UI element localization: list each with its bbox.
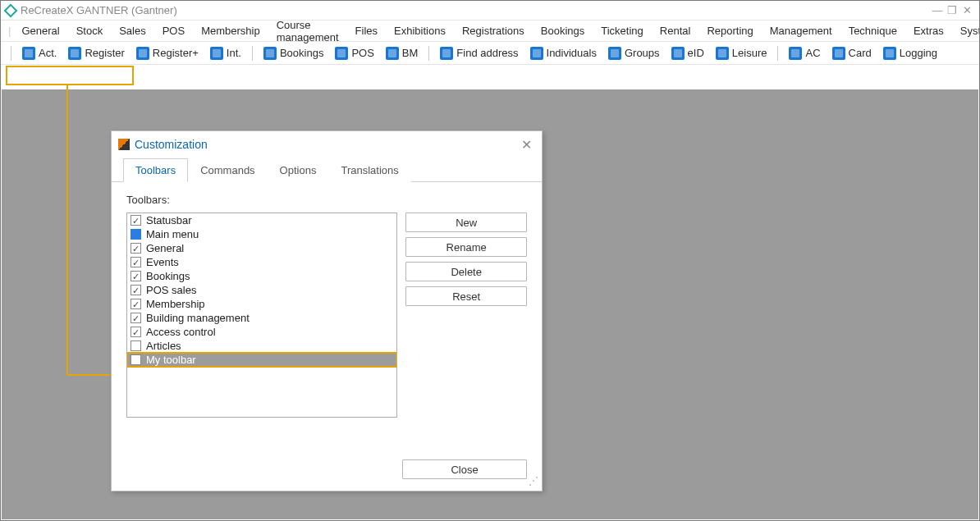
toolbar-button-ac[interactable]: AC bbox=[783, 45, 826, 62]
list-item[interactable]: My toolbar bbox=[127, 353, 396, 367]
toolbar-button-bookings[interactable]: Bookings bbox=[258, 45, 329, 62]
dialog-close-button[interactable]: ✕ bbox=[518, 137, 535, 153]
checkbox-icon[interactable] bbox=[131, 229, 141, 240]
tab-translations[interactable]: Translations bbox=[328, 158, 410, 182]
toolbar-button-groups[interactable]: Groups bbox=[602, 45, 666, 62]
toolbar-icon bbox=[335, 47, 348, 60]
menu-item-general[interactable]: General bbox=[13, 22, 67, 39]
dialog-icon bbox=[118, 139, 130, 150]
toolbar-button-card[interactable]: Card bbox=[827, 45, 877, 62]
menu-item-bookings[interactable]: Bookings bbox=[533, 22, 593, 39]
menu-item-membership[interactable]: Membership bbox=[193, 22, 268, 39]
tab-toolbars[interactable]: Toolbars bbox=[123, 158, 188, 182]
tab-commands[interactable]: Commands bbox=[188, 158, 267, 182]
toolbar-button-label: Groups bbox=[625, 47, 660, 59]
menu-item-pos[interactable]: POS bbox=[154, 22, 193, 39]
menu-item-ticketing[interactable]: Ticketing bbox=[593, 22, 652, 39]
toolbar-button-bm[interactable]: BM bbox=[380, 45, 424, 62]
toolbar-button-eid[interactable]: eID bbox=[666, 45, 710, 62]
toolbars-listbox[interactable]: StatusbarMain menuGeneralEventsBookingsP… bbox=[126, 213, 397, 418]
toolbar-separator bbox=[428, 46, 429, 61]
list-item[interactable]: Events bbox=[127, 255, 396, 269]
close-window-button[interactable]: ✕ bbox=[959, 4, 974, 16]
tab-options[interactable]: Options bbox=[268, 158, 329, 182]
menu-item-registrations[interactable]: Registrations bbox=[454, 22, 533, 39]
list-item-label: Building management bbox=[146, 312, 250, 324]
checkbox-icon[interactable] bbox=[131, 313, 141, 323]
menu-item-technique[interactable]: Technique bbox=[840, 22, 905, 39]
toolbars-label: Toolbars: bbox=[126, 194, 527, 206]
minimize-button[interactable]: — bbox=[930, 4, 945, 16]
toolbar-icon bbox=[386, 47, 399, 60]
toolbar-icon bbox=[608, 47, 621, 60]
toolbar-icon bbox=[210, 47, 223, 60]
checkbox-icon[interactable] bbox=[131, 215, 141, 226]
menu-item-exhibitions[interactable]: Exhibitions bbox=[386, 22, 454, 39]
toolbar-button-label: Bookings bbox=[280, 47, 323, 59]
resize-grip-icon[interactable]: ⋰ bbox=[529, 478, 538, 487]
list-item-label: Articles bbox=[146, 340, 181, 352]
list-item-label: Membership bbox=[146, 298, 205, 310]
list-item-label: Bookings bbox=[146, 270, 190, 282]
toolbar-button-logging[interactable]: Logging bbox=[877, 45, 943, 62]
list-item-label: POS sales bbox=[146, 284, 196, 296]
menu-item-course-management[interactable]: Course management bbox=[268, 16, 347, 46]
list-item[interactable]: Bookings bbox=[127, 269, 396, 283]
toolbar-button-label: Find address bbox=[456, 47, 518, 59]
menu-item-sales[interactable]: Sales bbox=[111, 22, 154, 39]
checkbox-icon[interactable] bbox=[131, 271, 141, 281]
checkbox-icon[interactable] bbox=[131, 285, 141, 295]
list-item[interactable]: Main menu bbox=[127, 227, 396, 241]
reset-button[interactable]: Reset bbox=[405, 286, 527, 306]
checkbox-icon[interactable] bbox=[131, 257, 141, 267]
menu-item-files[interactable]: Files bbox=[347, 22, 386, 39]
app-logo-icon bbox=[4, 3, 18, 17]
menu-item-extras[interactable]: Extras bbox=[905, 22, 952, 39]
toolbar-icon bbox=[883, 47, 896, 60]
menu-item-stock[interactable]: Stock bbox=[68, 22, 112, 39]
dialog-titlebar: Customization ✕ bbox=[112, 131, 542, 158]
toolbar-icon bbox=[263, 47, 277, 60]
menu-item-reporting[interactable]: Reporting bbox=[698, 22, 761, 39]
toolbar-icon bbox=[789, 47, 802, 60]
list-item[interactable]: Membership bbox=[127, 297, 396, 311]
list-item[interactable]: Access control bbox=[127, 325, 396, 339]
toolbar-icon bbox=[68, 47, 81, 60]
toolbar-button-find-address[interactable]: Find address bbox=[434, 45, 524, 62]
list-item[interactable]: Building management bbox=[127, 311, 396, 325]
toolbar-button-label: BM bbox=[402, 47, 419, 59]
toolbar-button-label: Register+ bbox=[153, 47, 199, 59]
restore-button[interactable]: ❐ bbox=[945, 4, 959, 16]
toolbar-icon bbox=[716, 47, 729, 60]
toolbar-button-int-[interactable]: Int. bbox=[204, 45, 247, 62]
rename-button[interactable]: Rename bbox=[405, 237, 527, 257]
toolbar-button-label: Int. bbox=[227, 47, 241, 59]
checkbox-icon[interactable] bbox=[131, 299, 141, 309]
checkbox-icon[interactable] bbox=[131, 340, 141, 351]
toolbar-icon bbox=[136, 47, 149, 60]
menu-item-rental[interactable]: Rental bbox=[652, 22, 699, 39]
toolbar-button-individuals[interactable]: Individuals bbox=[524, 45, 602, 62]
toolbar-button-label: AC bbox=[805, 47, 820, 59]
close-button[interactable]: Close bbox=[402, 459, 527, 479]
list-item[interactable]: POS sales bbox=[127, 283, 396, 297]
list-item[interactable]: Statusbar bbox=[127, 213, 396, 227]
checkbox-icon[interactable] bbox=[131, 243, 141, 254]
menu-item-management[interactable]: Management bbox=[762, 22, 840, 39]
delete-button[interactable]: Delete bbox=[405, 262, 527, 281]
toolbar-button-register[interactable]: Register bbox=[62, 45, 130, 62]
customization-dialog: Customization ✕ ToolbarsCommandsOptionsT… bbox=[111, 130, 543, 491]
toolbar-button-label: Act. bbox=[39, 47, 57, 59]
new-button[interactable]: New bbox=[405, 213, 527, 232]
list-item[interactable]: Articles bbox=[127, 339, 396, 353]
toolbar-button-register-[interactable]: Register+ bbox=[131, 45, 204, 62]
list-item[interactable]: General bbox=[127, 241, 396, 255]
toolbar-button-pos[interactable]: POS bbox=[329, 45, 379, 62]
toolbar-button-leisure[interactable]: Leisure bbox=[710, 45, 773, 62]
menu-item-system[interactable]: System bbox=[952, 22, 980, 39]
checkbox-icon[interactable] bbox=[131, 354, 141, 365]
main-toolbar: Act.RegisterRegister+Int.BookingsPOSBMFi… bbox=[1, 42, 979, 65]
custom-toolbar-slot[interactable] bbox=[6, 66, 134, 85]
toolbar-button-act-[interactable]: Act. bbox=[16, 45, 62, 62]
checkbox-icon[interactable] bbox=[131, 327, 141, 337]
